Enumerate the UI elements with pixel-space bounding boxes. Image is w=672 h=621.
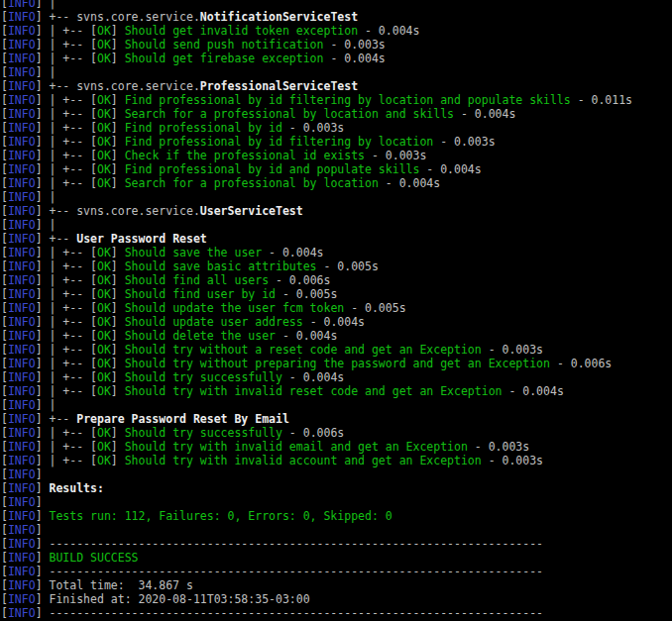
log-text-plain: | +-- [ bbox=[50, 315, 97, 329]
log-level-bracket: ] bbox=[36, 218, 50, 232]
terminal-line: [INFO] ---------------------------------… bbox=[1, 565, 672, 578]
log-text-green: OK bbox=[97, 315, 111, 329]
log-level-tag: INFO bbox=[8, 246, 36, 259]
log-text-bold: Prepare Password Reset By Email bbox=[76, 412, 289, 426]
log-text-plain: ] bbox=[111, 329, 125, 343]
log-text-green: Should try with invalid email and get an… bbox=[125, 440, 468, 454]
log-level-bracket: ] bbox=[36, 273, 50, 287]
log-text-plain: - 0.005s bbox=[317, 259, 379, 273]
log-level-tag: INFO bbox=[8, 384, 36, 398]
log-text-plain: | +-- [ bbox=[50, 135, 97, 149]
log-text-green: Should find all users bbox=[125, 273, 269, 287]
log-level-bracket: ] bbox=[36, 370, 50, 384]
log-text-plain: - 0.006s bbox=[282, 426, 344, 440]
log-level-bracket: [ bbox=[1, 162, 8, 176]
log-level-tag: INFO bbox=[8, 135, 36, 149]
log-text-green: Should try without preparing the passwor… bbox=[125, 357, 550, 370]
log-text-plain: | +-- [ bbox=[50, 273, 97, 287]
log-level-bracket: [ bbox=[1, 149, 8, 162]
log-level-bracket: [ bbox=[1, 204, 8, 218]
terminal-line: [INFO] | +-- [OK] Should get firebase ex… bbox=[1, 52, 672, 65]
log-level-bracket: [ bbox=[1, 440, 8, 454]
log-text-plain: - 0.004s bbox=[282, 370, 344, 384]
terminal-line: [INFO] | +-- [OK] Should update the user… bbox=[1, 301, 672, 315]
log-text-plain: ] bbox=[111, 301, 125, 315]
log-level-bracket: ] bbox=[36, 565, 50, 578]
terminal-line: [INFO] | +-- [OK] Should try with invali… bbox=[1, 384, 672, 398]
log-level-bracket: ] bbox=[36, 135, 50, 149]
log-text-plain: | +-- [ bbox=[50, 52, 97, 65]
terminal-line: [INFO] | +-- [OK] Find professional by i… bbox=[1, 121, 672, 135]
log-text-plain: - 0.003s bbox=[468, 440, 529, 454]
log-text-green: OK bbox=[97, 259, 111, 273]
log-level-bracket: ] bbox=[36, 426, 50, 440]
log-text-green: Should update user address bbox=[125, 315, 303, 329]
log-text-plain: ] bbox=[111, 273, 125, 287]
log-text-plain: | +-- [ bbox=[50, 426, 97, 440]
log-text-green: Check if the professional id exists bbox=[125, 149, 365, 162]
log-level-bracket: ] bbox=[36, 578, 50, 592]
log-text-green: OK bbox=[97, 370, 111, 384]
log-level-tag: INFO bbox=[8, 440, 36, 454]
log-level-tag: INFO bbox=[8, 149, 36, 162]
log-text-green: Search for a professional by location an… bbox=[125, 107, 454, 121]
log-level-bracket: [ bbox=[1, 509, 8, 523]
log-text-green: OK bbox=[97, 135, 111, 149]
log-level-tag: INFO bbox=[8, 551, 36, 565]
log-level-bracket: [ bbox=[1, 218, 8, 232]
log-text-green: OK bbox=[97, 121, 111, 135]
terminal-line: [INFO] +-- svns.core.service.UserService… bbox=[1, 204, 672, 218]
log-level-bracket: ] bbox=[36, 287, 50, 301]
log-level-bracket: [ bbox=[1, 135, 8, 149]
terminal-line: [INFO] Finished at: 2020-08-11T03:58:35-… bbox=[1, 592, 672, 606]
log-text-plain: ] bbox=[111, 24, 125, 38]
log-level-tag: INFO bbox=[8, 537, 36, 551]
log-level-bracket: [ bbox=[1, 315, 8, 329]
log-level-tag: INFO bbox=[8, 523, 36, 537]
log-text-green: OK bbox=[97, 246, 111, 259]
log-level-bracket: ] bbox=[36, 259, 50, 273]
log-level-tag: INFO bbox=[8, 93, 36, 107]
log-text-plain: - 0.004s bbox=[323, 52, 385, 65]
log-text-plain: - 0.004s bbox=[379, 176, 440, 190]
log-level-bracket: [ bbox=[1, 329, 8, 343]
log-level-bracket: ] bbox=[36, 232, 50, 246]
log-text-bold: UserServiceTest bbox=[200, 204, 303, 218]
log-level-bracket: ] bbox=[36, 176, 50, 190]
log-level-tag: INFO bbox=[8, 578, 36, 592]
log-level-bracket: [ bbox=[1, 287, 8, 301]
terminal-line: [INFO] | bbox=[1, 0, 672, 10]
log-text-plain: ] bbox=[111, 135, 125, 149]
log-level-bracket: [ bbox=[1, 79, 8, 93]
log-level-bracket: [ bbox=[1, 370, 8, 384]
terminal-line: [INFO] | +-- [OK] Find professional by i… bbox=[1, 162, 672, 176]
log-text-plain: ] bbox=[111, 121, 125, 135]
terminal-line: [INFO] | +-- [OK] Should try with invali… bbox=[1, 454, 672, 467]
log-text-green: BUILD SUCCESS bbox=[50, 551, 139, 565]
log-level-bracket: ] bbox=[36, 384, 50, 398]
log-text-plain: - 0.006s bbox=[550, 357, 612, 370]
log-text-plain: ] bbox=[111, 357, 125, 370]
log-level-tag: INFO bbox=[8, 162, 36, 176]
log-text-green: Should find user by id bbox=[125, 287, 276, 301]
terminal-line: [INFO] | bbox=[1, 398, 672, 412]
log-text-plain: - 0.005s bbox=[344, 301, 405, 315]
log-level-bracket: [ bbox=[1, 301, 8, 315]
terminal-line: [INFO] | +-- [OK] Should try successfull… bbox=[1, 370, 672, 384]
log-level-tag: INFO bbox=[8, 10, 36, 24]
log-text-plain: - 0.005s bbox=[276, 287, 337, 301]
log-level-tag: INFO bbox=[8, 287, 36, 301]
terminal-line: [INFO] | +-- [OK] Should try successfull… bbox=[1, 426, 672, 440]
log-text-green: Should get firebase exception bbox=[125, 52, 324, 65]
log-level-tag: INFO bbox=[8, 454, 36, 467]
log-text-green: OK bbox=[97, 454, 111, 467]
log-level-bracket: ] bbox=[36, 149, 50, 162]
log-level-tag: INFO bbox=[8, 204, 36, 218]
log-text-plain: ] bbox=[111, 343, 125, 357]
log-text-green: Should try without a reset code and get … bbox=[125, 343, 482, 357]
log-level-tag: INFO bbox=[8, 65, 36, 79]
log-text-green: OK bbox=[97, 287, 111, 301]
log-text-plain: | +-- [ bbox=[50, 24, 97, 38]
terminal-line: [INFO] | +-- [OK] Should find all users … bbox=[1, 273, 672, 287]
log-text-plain: | bbox=[50, 190, 56, 204]
